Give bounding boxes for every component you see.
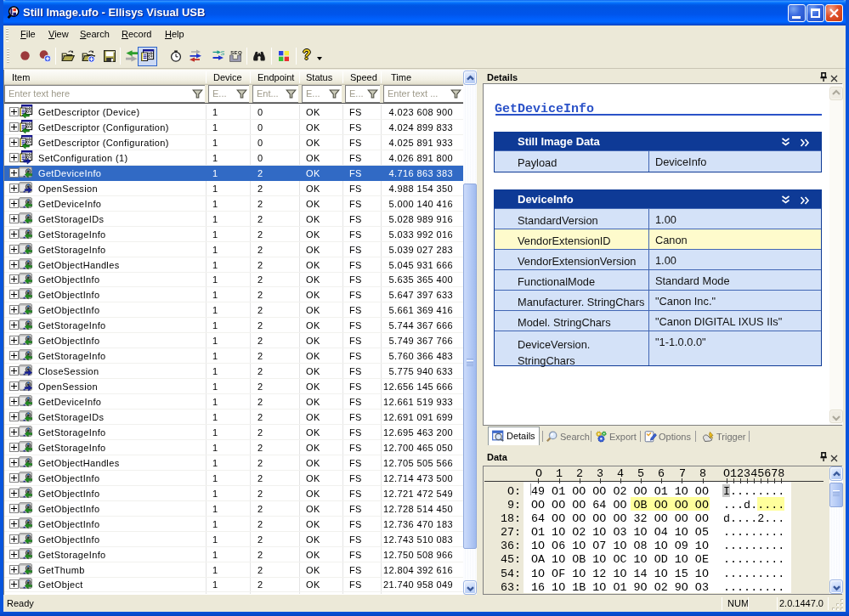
svg-text:S: S [221, 50, 225, 56]
svg-text:SEQ: SEQ [230, 50, 242, 55]
